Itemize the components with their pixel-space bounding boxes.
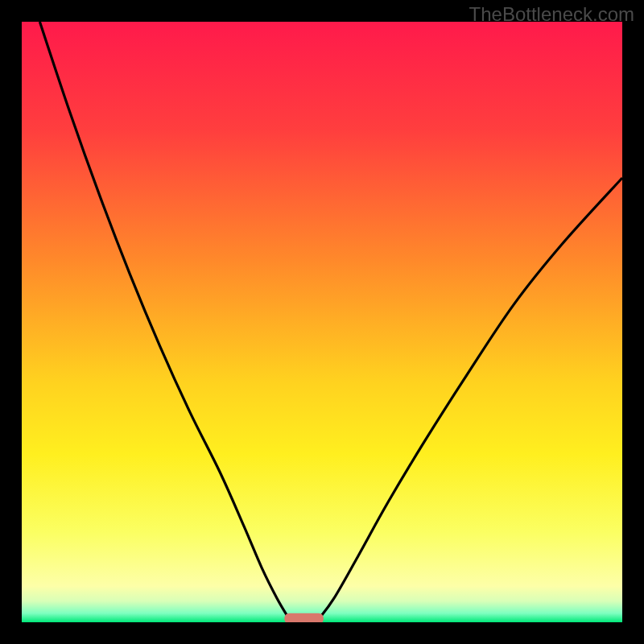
chart-svg [22, 22, 622, 622]
chart-frame: TheBottleneck.com [0, 0, 644, 644]
gradient-background [22, 22, 622, 622]
plot-area [22, 22, 622, 622]
bottleneck-marker [284, 613, 323, 622]
